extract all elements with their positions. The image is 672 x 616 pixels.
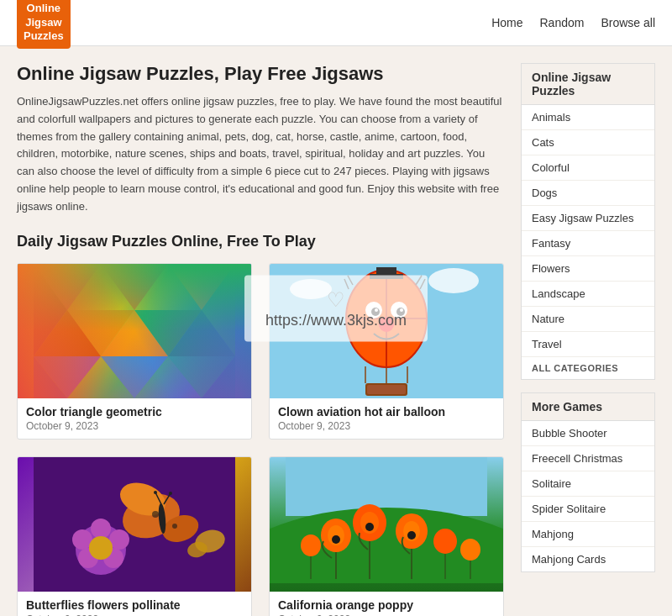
sidebar-item-easy[interactable]: Easy Jigsaw Puzzles [522,206,654,231]
puzzle-name-3: Butterflies flowers pollinate [26,598,243,612]
sidebar-item-spider-solitaire[interactable]: Spider Solitaire [522,497,654,522]
svg-point-47 [89,536,113,560]
svg-point-78 [433,529,457,554]
page-container: Online Jigsaw Puzzles, Play Free Jigsaws… [0,46,672,616]
svg-rect-60 [286,456,487,516]
sidebar-item-cats[interactable]: Cats [522,130,654,155]
main-content: Online Jigsaw Puzzles, Play Free Jigsaws… [17,63,504,616]
svg-point-26 [375,308,378,312]
puzzle-info-1: Color triangle geometric October 9, 2023 [18,398,251,439]
svg-marker-8 [101,356,168,398]
header: Online Jigsaw Puzzles Home Random Browse… [0,0,672,46]
svg-point-66 [332,535,340,544]
page-title: Online Jigsaw Puzzles, Play Free Jigsaws [17,63,504,85]
sidebar-item-nature[interactable]: Nature [522,307,654,332]
sidebar-item-all-categories[interactable]: ALL CATEGORIES [522,357,654,379]
svg-point-70 [365,523,374,531]
puzzle-date-3: October 9, 2023 [26,613,243,616]
puzzle-card-4[interactable]: California orange poppy October 9, 2023 [269,456,504,616]
daily-puzzles-title: Daily Jigsaw Puzzles Online, Free To Pla… [17,233,504,250]
sidebar-item-flowers[interactable]: Flowers [522,256,654,282]
svg-point-80 [460,539,480,561]
svg-marker-12 [34,310,101,356]
sidebar-item-dogs[interactable]: Dogs [522,181,654,206]
sidebar-item-bubble-shooter[interactable]: Bubble Shooter [522,421,654,446]
svg-point-17 [428,268,479,293]
puzzle-date-2: October 9, 2023 [278,420,495,432]
svg-marker-2 [168,264,235,310]
svg-point-52 [152,511,159,518]
page-description: OnlineJigsawPuzzles.net offers online ji… [17,93,504,216]
puzzle-info-3: Butterflies flowers pollinate October 9,… [18,592,251,616]
svg-marker-10 [34,356,67,398]
svg-marker-4 [34,264,67,356]
sidebar-categories-section: Online JigsawPuzzles Animals Cats Colorf… [521,63,655,380]
svg-marker-0 [34,264,101,310]
sidebar-item-animals[interactable]: Animals [522,105,654,130]
logo-line3: Puzzles [24,29,64,44]
svg-marker-14 [168,310,235,356]
svg-marker-1 [101,264,168,310]
puzzle-card-2[interactable]: Clown aviation hot air balloon October 9… [269,263,504,440]
puzzle-card-1[interactable]: Color triangle geometric October 9, 2023 [17,263,252,440]
puzzle-grid: Color triangle geometric October 9, 2023 [17,263,504,616]
puzzle-date-1: October 9, 2023 [26,420,243,432]
puzzle-image-4 [270,457,503,592]
svg-marker-5 [134,310,202,356]
logo[interactable]: Online Jigsaw Puzzles [17,0,71,49]
sidebar-item-landscape[interactable]: Landscape [522,282,654,307]
puzzle-image-1 [18,264,251,398]
svg-point-27 [400,308,403,312]
main-nav: Home Random Browse all [491,16,655,29]
svg-point-53 [172,524,177,529]
sidebar: Online JigsawPuzzles Animals Cats Colorf… [521,63,655,616]
svg-marker-3 [67,310,134,356]
svg-marker-13 [101,310,168,356]
svg-point-42 [91,519,111,539]
puzzle-card-3[interactable]: Butterflies flowers pollinate October 9,… [17,456,252,616]
svg-point-57 [169,492,172,495]
puzzle-name-2: Clown aviation hot air balloon [278,405,495,419]
sidebar-item-solitaire[interactable]: Solitaire [522,471,654,497]
sidebar-item-travel[interactable]: Travel [522,332,654,357]
logo-line1: Online [24,2,64,16]
sidebar-item-freecell-christmas[interactable]: Freecell Christmas [522,446,654,471]
svg-rect-30 [376,267,396,277]
svg-marker-6 [202,264,235,356]
puzzle-name-1: Color triangle geometric [26,405,243,419]
logo-line2: Jigsaw [24,16,64,30]
svg-rect-39 [367,385,406,394]
puzzle-image-2 [270,264,503,398]
puzzle-info-4: California orange poppy October 9, 2023 [270,592,503,616]
sidebar-item-mahjong[interactable]: Mahjong [522,522,654,547]
sidebar-item-mahjong-cards[interactable]: Mahjong Cards [522,547,654,571]
nav-browse-all[interactable]: Browse all [601,16,655,29]
sidebar-games-section: More Games Bubble Shooter Freecell Chris… [521,392,655,572]
sidebar-item-colorful[interactable]: Colorful [522,155,654,181]
sidebar-categories-title: Online JigsawPuzzles [522,64,654,105]
puzzle-name-4: California orange poppy [278,598,495,612]
svg-point-16 [290,279,332,299]
nav-random[interactable]: Random [539,16,584,29]
puzzle-info-2: Clown aviation hot air balloon October 9… [270,398,503,439]
puzzle-image-3 [18,457,251,592]
sidebar-item-fantasy[interactable]: Fantasy [522,231,654,256]
svg-point-28 [379,317,394,332]
puzzle-date-4: October 9, 2023 [278,613,495,616]
svg-point-74 [407,531,416,540]
nav-home[interactable]: Home [491,16,522,29]
svg-marker-11 [202,356,235,398]
svg-marker-7 [34,356,101,398]
svg-marker-9 [168,356,235,398]
sidebar-games-title: More Games [522,393,654,421]
svg-point-76 [301,534,321,556]
svg-point-56 [154,491,157,494]
